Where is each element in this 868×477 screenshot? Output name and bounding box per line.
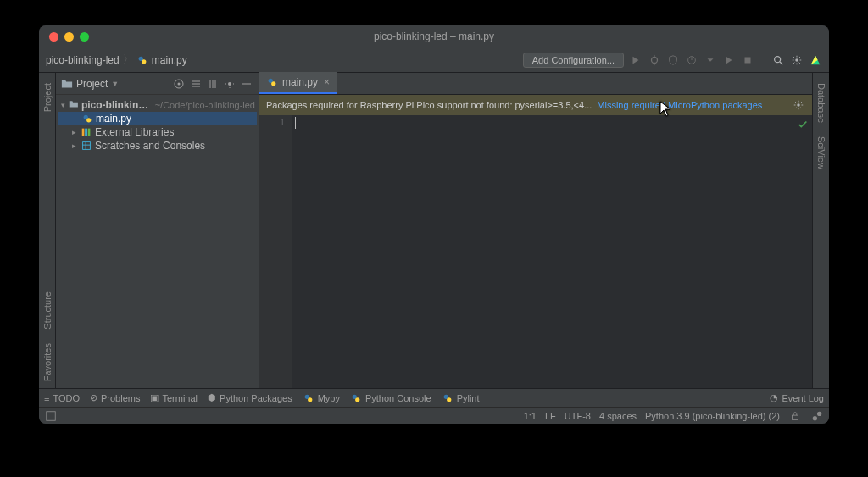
project-tool-button[interactable]: Project [42, 76, 53, 119]
editor-notification-bar: Packages required for Raspberry Pi Pico … [259, 95, 812, 115]
zoom-window-button[interactable] [80, 32, 89, 42]
dropdown-icon: ▼ [111, 80, 119, 88]
list-icon: ≡ [44, 393, 49, 403]
indent-setting[interactable]: 4 spaces [599, 411, 637, 421]
text-caret [295, 117, 296, 129]
editor-tab-mainpy[interactable]: main.py × [259, 72, 337, 94]
tree-external-libraries[interactable]: ▸ External Libraries [58, 125, 257, 139]
svg-point-21 [797, 103, 800, 107]
pylint-tool-button[interactable]: Pylint [442, 392, 480, 404]
search-icon[interactable] [771, 53, 785, 67]
svg-rect-28 [47, 411, 56, 420]
rerun-icon[interactable] [722, 53, 736, 67]
line-number: 1 [259, 117, 285, 127]
editor-gutter: 1 [259, 115, 292, 388]
breadcrumb-project[interactable]: pico-blinking-led [46, 54, 120, 66]
ide-status-icon[interactable] [810, 409, 824, 423]
run-dropdown-icon[interactable] [704, 53, 717, 67]
svg-point-31 [813, 416, 817, 420]
ide-logo-icon[interactable] [809, 53, 822, 67]
debug-icon[interactable] [648, 53, 661, 67]
close-tab-icon[interactable]: × [324, 76, 330, 88]
python-interpreter[interactable]: Python 3.9 (pico-blinking-led) (2) [645, 411, 780, 421]
code-area[interactable] [292, 115, 812, 388]
bottom-tool-bar: ≡TODO ⊘Problems ▣Terminal ⬢Python Packag… [39, 388, 829, 407]
python-icon [303, 392, 314, 404]
profile-icon[interactable] [685, 53, 698, 67]
problems-tool-button[interactable]: ⊘Problems [90, 392, 140, 403]
favorites-tool-button[interactable]: Favorites [42, 336, 53, 388]
project-folder-icon [69, 99, 79, 111]
svg-line-8 [780, 61, 783, 64]
chevron-right-icon: ▸ [70, 128, 78, 136]
folder-icon [61, 78, 73, 90]
svg-point-30 [817, 411, 821, 415]
editor-body[interactable]: 1 [259, 115, 812, 388]
notification-message: Packages required for Raspberry Pi Pico … [266, 100, 592, 110]
bell-icon: ◔ [770, 392, 778, 403]
chevron-down-icon: ▾ [59, 101, 66, 109]
python-file-icon [266, 76, 278, 88]
stop-icon[interactable] [741, 53, 754, 67]
python-icon [350, 392, 362, 404]
mypy-tool-button[interactable]: Mypy [303, 392, 340, 404]
window-controls [39, 32, 89, 42]
scratches-icon [81, 140, 92, 152]
project-tree: ▾ pico-blinking-led ~/Code/pico-blinking… [56, 95, 259, 156]
project-view-title[interactable]: Project ▼ [61, 78, 119, 90]
encoding[interactable]: UTF-8 [565, 411, 591, 421]
breadcrumb-file[interactable]: main.py [152, 54, 187, 66]
python-packages-tool-button[interactable]: ⬢Python Packages [208, 392, 292, 403]
notification-link[interactable]: Missing required MicroPython packages [597, 100, 762, 110]
python-icon [442, 392, 453, 404]
svg-rect-29 [793, 415, 798, 419]
view-options-icon[interactable] [223, 77, 236, 91]
sciview-tool-button[interactable]: SciView [816, 130, 826, 176]
minimize-window-button[interactable] [64, 32, 74, 42]
svg-point-14 [86, 118, 91, 122]
library-icon [81, 126, 92, 138]
todo-tool-button[interactable]: ≡TODO [44, 393, 80, 403]
tree-file-mainpy[interactable]: main.py [58, 112, 257, 125]
structure-tool-button[interactable]: Structure [42, 285, 53, 336]
project-sidebar: Project ▼ ▾ pico-blinking-led ~/Code/pic… [56, 73, 259, 388]
notification-settings-icon[interactable] [792, 98, 805, 112]
terminal-icon: ▣ [150, 392, 159, 403]
svg-rect-15 [82, 129, 85, 136]
expand-all-icon[interactable] [189, 77, 203, 91]
run-icon[interactable] [629, 53, 643, 67]
terminal-tool-button[interactable]: ▣Terminal [150, 392, 198, 403]
project-view-header: Project ▼ [56, 73, 259, 95]
collapse-all-icon[interactable] [206, 77, 220, 91]
svg-point-12 [228, 82, 231, 86]
left-tool-strip: Project Structure Favorites [39, 73, 56, 388]
breadcrumb[interactable]: pico-blinking-led 〉 main.py [46, 53, 187, 67]
close-window-button[interactable] [49, 32, 58, 42]
warning-icon: ⊘ [90, 392, 97, 403]
caret-position[interactable]: 1:1 [524, 411, 537, 421]
svg-point-27 [447, 397, 451, 402]
database-tool-button[interactable]: Database [816, 76, 826, 130]
settings-icon[interactable] [790, 53, 804, 67]
python-console-tool-button[interactable]: Python Console [350, 392, 431, 404]
add-configuration-button[interactable]: Add Configuration... [523, 53, 624, 68]
svg-point-23 [308, 397, 312, 402]
svg-point-2 [652, 57, 658, 63]
right-tool-strip: Database SciView [812, 73, 829, 388]
editor-area: main.py × Packages required for Raspberr… [259, 73, 812, 388]
lock-icon[interactable] [788, 409, 802, 423]
tree-scratches[interactable]: ▸ Scratches and Consoles [58, 139, 257, 153]
ide-window: pico-blinking-led – main.py pico-blinkin… [39, 25, 829, 424]
python-file-icon [136, 54, 148, 66]
hide-panel-icon[interactable] [240, 77, 253, 91]
inspection-ok-icon[interactable] [797, 119, 809, 133]
breadcrumb-separator: 〉 [123, 53, 133, 67]
tree-root[interactable]: ▾ pico-blinking-led ~/Code/pico-blinking… [58, 98, 257, 112]
line-ending[interactable]: LF [545, 411, 556, 421]
window-title: pico-blinking-led – main.py [374, 31, 494, 42]
svg-point-20 [271, 81, 275, 86]
coverage-icon[interactable] [666, 53, 680, 67]
select-opened-file-icon[interactable] [172, 77, 186, 91]
toolwindow-toggle-icon[interactable] [44, 409, 58, 423]
event-log-button[interactable]: ◔Event Log [770, 392, 824, 403]
